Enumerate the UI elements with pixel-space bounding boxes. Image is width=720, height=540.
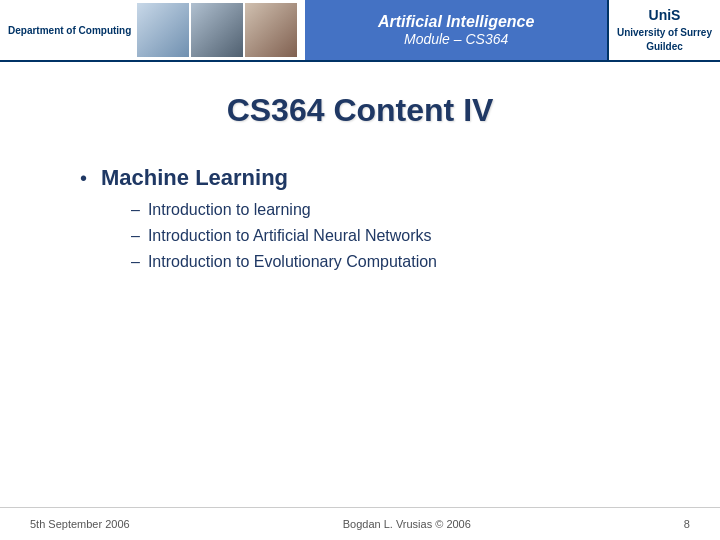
header-thumb-1	[137, 3, 189, 57]
header-thumb-3	[245, 3, 297, 57]
header-left: Department of Computing	[0, 0, 305, 60]
logo-uni-text: UniS	[649, 7, 681, 23]
header-center: Artificial Intelligence Module – CS364	[305, 0, 607, 60]
sub-dash-1: –	[131, 201, 140, 219]
bullet-section: • Machine Learning – Introduction to lea…	[80, 165, 660, 279]
header: Department of Computing Artificial Intel…	[0, 0, 720, 62]
header-right: UniS University of Surrey Guildec	[607, 0, 720, 60]
sub-dash-3: –	[131, 253, 140, 271]
footer-page: 8	[684, 518, 690, 530]
sub-dash-2: –	[131, 227, 140, 245]
sub-item-1-text: Introduction to learning	[148, 201, 311, 219]
footer-copyright: Bogdan L. Vrusias © 2006	[343, 518, 471, 530]
main-content: CS364 Content IV • Machine Learning – In…	[0, 62, 720, 311]
bullet-label: Machine Learning	[101, 165, 288, 190]
sub-item-1: – Introduction to learning	[131, 201, 437, 219]
sub-item-3: – Introduction to Evolutionary Computati…	[131, 253, 437, 271]
logo: UniS University of Surrey Guildec	[617, 6, 712, 54]
sub-items: – Introduction to learning – Introductio…	[131, 201, 437, 271]
footer-date: 5th September 2006	[30, 518, 130, 530]
header-title: Artificial Intelligence	[378, 13, 534, 31]
sub-item-3-text: Introduction to Evolutionary Computation	[148, 253, 437, 271]
logo-city: Guildec	[646, 41, 683, 52]
logo-university: University of Surrey	[617, 27, 712, 38]
slide-title: CS364 Content IV	[60, 92, 660, 129]
bullet-item: • Machine Learning – Introduction to lea…	[80, 165, 660, 279]
header-thumb-2	[191, 3, 243, 57]
header-images	[137, 3, 297, 57]
sub-item-2-text: Introduction to Artificial Neural Networ…	[148, 227, 432, 245]
header-subtitle: Module – CS364	[404, 31, 508, 47]
footer: 5th September 2006 Bogdan L. Vrusias © 2…	[0, 507, 720, 540]
sub-item-2: – Introduction to Artificial Neural Netw…	[131, 227, 437, 245]
bullet-dot: •	[80, 167, 87, 190]
dept-text: Department of Computing	[8, 24, 131, 37]
